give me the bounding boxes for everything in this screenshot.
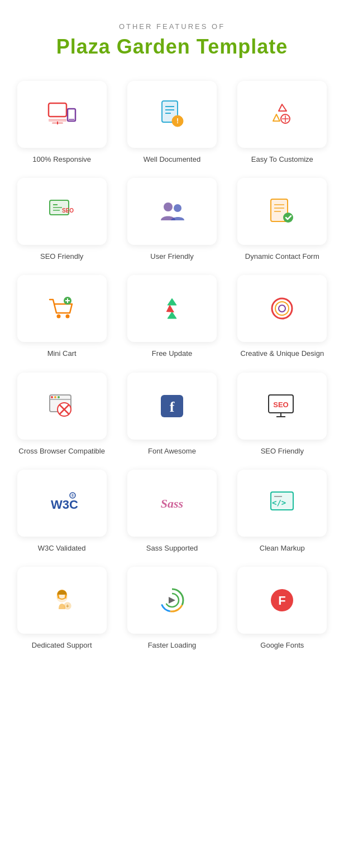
free-update-icon xyxy=(156,293,188,324)
icon-box-google-fonts: F xyxy=(237,567,327,634)
feature-label-mini-cart: Mini Cart xyxy=(47,349,77,359)
svg-text:f: f xyxy=(170,399,175,415)
feature-label-clean-markup: Clean Markup xyxy=(260,543,305,553)
feature-item-cross-browser: Cross Browser Compatible xyxy=(11,373,112,456)
icon-box-mini-cart xyxy=(17,275,107,342)
svg-rect-58 xyxy=(58,595,59,599)
svg-rect-59 xyxy=(65,595,66,599)
header-title: Plaza Garden Template xyxy=(11,35,333,59)
icon-box-dedicated-support: + xyxy=(17,567,107,634)
documented-icon: ! xyxy=(156,99,188,130)
icon-box-responsive xyxy=(17,81,107,148)
customize-icon xyxy=(266,99,298,130)
feature-label-google-fonts: Google Fonts xyxy=(260,640,304,650)
feature-item-dedicated-support: + Dedicated Support xyxy=(11,567,112,650)
feature-label-sass: Sass Supported xyxy=(146,543,198,553)
feature-item-clean-markup: </> Clean Markup xyxy=(232,470,333,553)
cross-browser-icon xyxy=(46,390,78,422)
feature-item-free-update: Free Update xyxy=(121,275,222,359)
faster-loading-icon xyxy=(156,585,188,616)
feature-item-seo-friendly-2: SEO SEO Friendly xyxy=(232,373,333,456)
feature-item-user-friendly: User Friendly xyxy=(121,178,222,262)
svg-text:</>: </> xyxy=(272,498,286,507)
feature-label-customize: Easy To Customize xyxy=(251,155,313,165)
feature-label-cross-browser: Cross Browser Compatible xyxy=(18,446,105,456)
svg-rect-1 xyxy=(49,119,66,122)
icon-box-unique-design xyxy=(237,275,327,342)
feature-item-documented: ! Well Documented xyxy=(121,81,222,165)
svg-point-20 xyxy=(164,202,173,211)
feature-item-google-fonts: F Google Fonts xyxy=(232,567,333,650)
svg-text:+: + xyxy=(66,603,69,609)
feature-label-documented: Well Documented xyxy=(144,155,200,165)
feature-label-user-friendly: User Friendly xyxy=(150,252,193,262)
feature-label-unique-design: Creative & Unique Design xyxy=(241,349,324,359)
feature-label-faster-loading: Faster Loading xyxy=(148,640,197,650)
feature-item-responsive: 100% Responsive xyxy=(11,81,112,165)
svg-text:!: ! xyxy=(176,117,179,125)
feature-item-sass: Sass Sass Supported xyxy=(121,470,222,553)
icon-box-customize xyxy=(237,81,327,148)
icon-box-cross-browser xyxy=(17,373,107,440)
svg-rect-26 xyxy=(283,213,293,223)
feature-label-font-awesome: Font Awesome xyxy=(148,446,196,456)
feature-item-font-awesome: f Font Awesome xyxy=(121,373,222,456)
icon-box-font-awesome: f xyxy=(127,373,217,440)
feature-item-unique-design: Creative & Unique Design xyxy=(232,275,333,359)
feature-item-w3c: W3C ® W3C Validated xyxy=(11,470,112,553)
icon-box-w3c: W3C ® xyxy=(17,470,107,537)
icon-box-free-update xyxy=(127,275,217,342)
svg-point-38 xyxy=(54,396,56,398)
svg-point-28 xyxy=(65,315,69,319)
svg-point-21 xyxy=(174,204,181,212)
svg-rect-0 xyxy=(49,103,66,117)
w3c-icon: W3C ® xyxy=(46,488,78,519)
feature-item-contact-form: Dynamic Contact Form xyxy=(232,178,333,262)
feature-label-contact-form: Dynamic Contact Form xyxy=(245,252,319,262)
dedicated-support-icon: + xyxy=(46,585,78,616)
feature-item-seo-friendly-1: SEO SEO Friendly xyxy=(11,178,112,262)
svg-point-37 xyxy=(51,396,53,398)
feature-item-mini-cart: Mini Cart xyxy=(11,275,112,359)
svg-text:SEO: SEO xyxy=(62,208,74,214)
sass-icon: Sass xyxy=(156,488,188,519)
svg-point-27 xyxy=(56,315,60,319)
icon-box-documented: ! xyxy=(127,81,217,148)
user-friendly-icon xyxy=(156,196,188,227)
icon-box-clean-markup: </> xyxy=(237,470,327,537)
mini-cart-icon xyxy=(46,293,78,324)
seo-friendly-icon: SEO xyxy=(46,196,78,227)
svg-text:SEO: SEO xyxy=(274,401,289,409)
svg-rect-3 xyxy=(52,122,63,124)
header-subtitle: Other features of xyxy=(11,22,333,31)
svg-text:W3C: W3C xyxy=(51,498,78,512)
svg-point-34 xyxy=(279,305,285,312)
feature-label-dedicated-support: Dedicated Support xyxy=(32,640,92,650)
icon-box-contact-form xyxy=(237,178,327,245)
features-grid: 100% Responsive ! Well Documented Easy T… xyxy=(11,81,333,650)
google-fonts-icon: F xyxy=(266,585,298,616)
feature-item-faster-loading: Faster Loading xyxy=(121,567,222,650)
seo-monitor-icon: SEO xyxy=(266,390,298,422)
icon-box-seo-friendly-2: SEO xyxy=(237,373,327,440)
svg-text:Sass: Sass xyxy=(161,496,183,510)
icon-box-faster-loading xyxy=(127,567,217,634)
icon-box-sass: Sass xyxy=(127,470,217,537)
feature-label-responsive: 100% Responsive xyxy=(32,155,91,165)
icon-box-user-friendly xyxy=(127,178,217,245)
svg-text:F: F xyxy=(279,594,286,607)
svg-point-39 xyxy=(58,396,60,398)
page-header: Other features of Plaza Garden Template xyxy=(11,22,333,59)
svg-text:®: ® xyxy=(71,494,74,498)
responsive-icon xyxy=(46,99,78,130)
contact-form-icon xyxy=(266,196,298,227)
svg-point-33 xyxy=(275,302,289,315)
feature-label-free-update: Free Update xyxy=(152,349,192,359)
feature-item-customize: Easy To Customize xyxy=(232,81,333,165)
icon-box-seo-friendly-1: SEO xyxy=(17,178,107,245)
feature-label-seo-friendly-2: SEO Friendly xyxy=(261,446,304,456)
feature-label-seo-friendly-1: SEO Friendly xyxy=(40,252,83,262)
feature-label-w3c: W3C Validated xyxy=(38,543,86,553)
font-awesome-icon: f xyxy=(156,390,188,422)
unique-design-icon xyxy=(266,293,298,324)
